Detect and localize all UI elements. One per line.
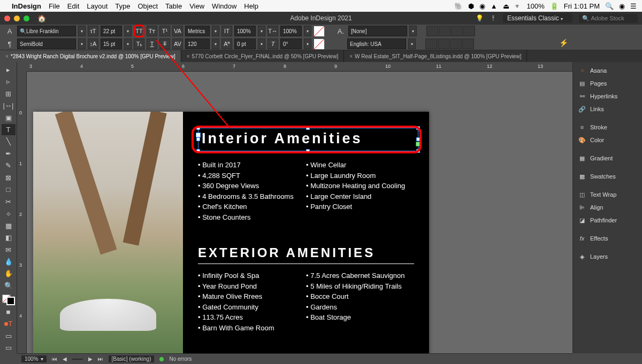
maximize-button[interactable] [24, 16, 29, 21]
close-tab-icon[interactable]: × [187, 53, 190, 59]
dropbox-icon[interactable]: ⬢ [468, 2, 474, 10]
font-size-field[interactable]: 22 pt [101, 26, 122, 36]
panel-hyperlinks[interactable]: ⚯Hyperlinks [573, 90, 642, 103]
battery-icon[interactable]: 🔋 [550, 2, 559, 10]
panel-stroke[interactable]: ≡Stroke [573, 121, 642, 134]
menu-type[interactable]: Type [115, 2, 130, 10]
align-justify[interactable] [463, 26, 475, 36]
minimize-button[interactable] [14, 16, 20, 21]
menu-file[interactable]: File [49, 2, 60, 10]
menu-view[interactable]: View [189, 2, 204, 10]
kerning-field[interactable]: Metrics [185, 26, 210, 36]
sync-icon[interactable]: ◉ [479, 2, 485, 10]
rectangle-frame-tool[interactable]: ⊠ [2, 172, 16, 183]
justify-right[interactable] [450, 38, 462, 49]
align-center[interactable] [439, 26, 450, 36]
language-field[interactable]: English: USA [347, 38, 406, 49]
in-port[interactable] [196, 133, 201, 137]
canvas[interactable]: 3 4 5 6 7 8 9 10 11 12 13 0 1 2 3 4 [17, 62, 572, 353]
menu-object[interactable]: Object [138, 2, 158, 10]
paragraph-mode[interactable]: ¶ [4, 40, 15, 48]
panel-layers[interactable]: ◈Layers [573, 250, 642, 263]
underline-button[interactable]: T [147, 38, 157, 49]
ruler-origin[interactable] [17, 62, 27, 72]
doc-tab-3[interactable]: ×W Real Estate_SIT_Half-Page_8Listings.i… [344, 50, 527, 62]
gradient-feather-tool[interactable]: ◧ [2, 232, 16, 243]
type-tool[interactable]: T [2, 124, 16, 135]
close-button[interactable] [4, 16, 10, 21]
line-tool[interactable]: ╲ [2, 136, 16, 147]
pen-tool[interactable]: ✒ [2, 148, 16, 159]
size-dropdown[interactable]: ▾ [124, 26, 132, 36]
gradient-swatch-tool[interactable]: ▦ [2, 220, 16, 231]
style-dropdown[interactable]: ▾ [78, 38, 86, 49]
align-left[interactable] [426, 26, 438, 36]
apply-color[interactable]: ■ [2, 306, 16, 317]
baseline-dropdown[interactable]: ▾ [258, 38, 265, 49]
menu-layout[interactable]: Layout [87, 2, 108, 10]
hscale-dropdown[interactable]: ▾ [304, 26, 311, 36]
panel-effects[interactable]: fxEffects [573, 232, 642, 245]
justify-center[interactable] [438, 38, 449, 49]
selection-tool[interactable]: ▸ [2, 64, 16, 75]
font-family-field[interactable]: 🔍 Libre Franklin [17, 26, 76, 36]
small-caps-button[interactable]: Tᴛ [147, 26, 157, 36]
wifi-icon[interactable]: ᯤ [515, 2, 522, 10]
panel-links[interactable]: 🔗Links [573, 103, 642, 115]
panel-swatches[interactable]: ▩Swatches [573, 170, 642, 183]
panel-gradient[interactable]: ▦Gradient [573, 152, 642, 165]
layout-field[interactable]: [Basic] (working) [109, 355, 155, 362]
justify-all[interactable] [462, 38, 474, 49]
document-page[interactable]: Interior Amenities Built in 2017 4,288 S… [33, 112, 429, 353]
doc-tab-2[interactable]: ×5770 Corbett Circle_Flyer_FINAL.indd @ … [181, 50, 344, 62]
screen-mode[interactable]: ▭ [2, 330, 16, 341]
note-tool[interactable]: ✉ [2, 244, 16, 255]
tips-icon[interactable]: 💡 [476, 14, 484, 22]
panel-text-wrap[interactable]: ◫Text Wrap [573, 188, 642, 201]
ruler-horizontal[interactable]: 3 4 5 6 7 8 9 10 11 12 13 [27, 62, 572, 72]
panel-align[interactable]: ⊫Align [573, 201, 642, 214]
spotlight-icon[interactable]: 🔍 [605, 2, 614, 10]
character-mode[interactable]: A [4, 27, 15, 35]
skew-dropdown[interactable]: ▾ [304, 38, 311, 49]
page-nav-last[interactable]: ⏭ [98, 356, 103, 362]
menu-edit[interactable]: Edit [67, 2, 79, 10]
all-caps-button[interactable]: TT [134, 25, 144, 37]
rectangle-tool[interactable]: □ [2, 184, 16, 195]
close-tab-icon[interactable]: × [5, 53, 9, 59]
stroke-swatch[interactable] [314, 38, 325, 50]
zoom-field[interactable]: 100% ▾ [21, 355, 47, 362]
format-container[interactable]: ■T [2, 319, 16, 329]
strikethrough-button[interactable]: T [159, 38, 170, 49]
interior-title[interactable]: Interior Amenities [198, 128, 418, 149]
fill-stroke-swatch[interactable] [2, 295, 15, 305]
char-style-field[interactable]: [None] [348, 26, 407, 36]
panel-color[interactable]: 🎨Color [573, 134, 642, 146]
doc-tab-1[interactable]: ×*2843 Wright Ranch Digital Brochure v2.… [0, 50, 181, 62]
kerning-dropdown[interactable]: ▾ [212, 26, 219, 36]
zoom-tool[interactable]: 🔍 [2, 280, 16, 291]
font-style-field[interactable]: SemiBold [17, 38, 76, 49]
subscript-button[interactable]: T₁ [134, 38, 144, 49]
panel-pages[interactable]: ▤Pages [573, 77, 642, 90]
hscale-field[interactable]: 100% [280, 26, 302, 36]
menu-icon[interactable]: ☰ [630, 2, 637, 10]
fill-swatch[interactable] [314, 26, 325, 37]
page-tool[interactable]: ⊞ [2, 88, 16, 99]
tracking-field[interactable]: 120 [185, 38, 210, 49]
hand-tool[interactable]: ✋ [2, 268, 16, 279]
close-tab-icon[interactable]: × [349, 53, 353, 59]
adobe-icon[interactable]: ▲ [491, 2, 498, 10]
screen-mode-2[interactable]: ▭ [2, 342, 16, 353]
out-port[interactable] [416, 142, 421, 146]
pencil-tool[interactable]: ✎ [2, 160, 16, 171]
page-nav-prev[interactable]: ◀ [63, 356, 67, 362]
skew-field[interactable]: 0° [280, 38, 302, 49]
superscript-button[interactable]: T¹ [159, 26, 170, 36]
language-dropdown[interactable]: ▾ [408, 38, 416, 49]
siri-icon[interactable]: ◉ [619, 2, 625, 10]
vscale-field[interactable]: 100% [234, 26, 256, 36]
page-nav-next[interactable]: ▶ [88, 356, 93, 362]
align-right[interactable] [451, 26, 463, 36]
panel-asana[interactable]: ⁘Asana [573, 64, 642, 77]
